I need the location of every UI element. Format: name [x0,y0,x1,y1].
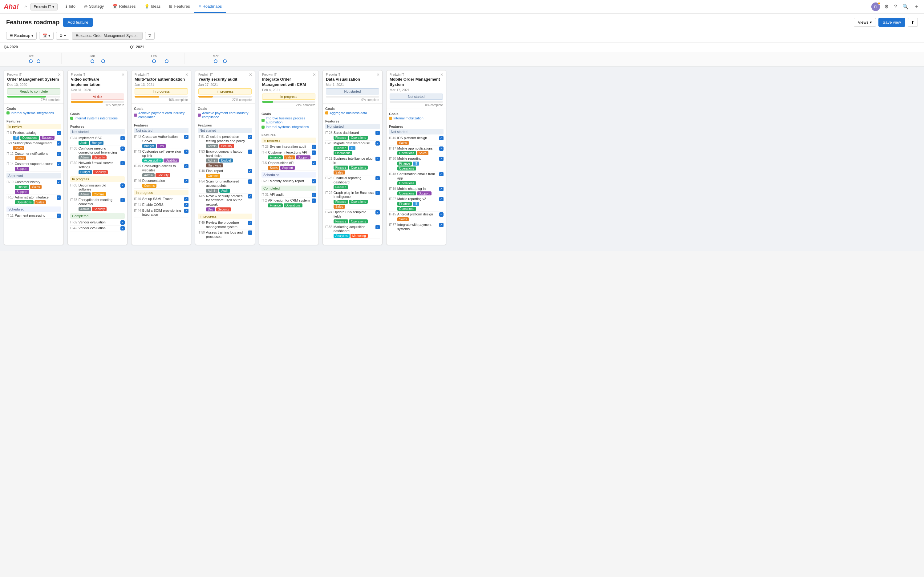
feature-name[interactable]: Check the penetration testing process an… [206,135,247,143]
feature-name[interactable]: Financial reporting dashboard [334,176,374,185]
card-close-button[interactable]: ✕ [440,73,444,77]
workspace-selector[interactable]: Fredwin IT ▾ [31,3,58,10]
feature-name[interactable]: Assess training logs and processes [206,230,247,239]
home-button[interactable]: ⌂ [23,3,29,11]
feature-name[interactable]: Network firewall server settings [79,161,119,169]
feature-name[interactable]: Decommission old software [79,184,119,192]
feature-name[interactable]: Integrate with payment systems [397,223,438,231]
feature-name[interactable]: Android platform design [397,212,438,217]
feature-checkbox[interactable]: ✓ [375,210,380,214]
feature-checkbox[interactable]: ✓ [312,145,316,149]
feature-name[interactable]: Review security patches for software use… [206,194,247,207]
feature-checkbox[interactable]: ✓ [184,179,189,183]
feature-name[interactable]: Cross-origin access to websites [142,164,183,172]
feature-name[interactable]: Encrypt company laptop hard disks [206,150,247,158]
feature-checkbox[interactable]: ✓ [375,131,380,135]
goal-text[interactable]: Internal systems integrations [266,125,309,129]
release-filter[interactable]: Releases: Order Management Syste... [72,32,142,40]
feature-checkbox[interactable]: ✓ [248,150,252,154]
goal-text[interactable]: Internal systems integrations [11,111,54,115]
feature-name[interactable]: Documentation [142,179,183,183]
card-title[interactable]: Order Management System [7,77,60,82]
feature-name[interactable]: Marketing acquisition dashboard [334,225,374,234]
feature-checkbox[interactable]: ✓ [57,214,61,218]
feature-name[interactable]: Product catalog [13,131,55,135]
feature-checkbox[interactable]: ✓ [184,209,189,213]
feature-checkbox[interactable]: ✓ [312,198,316,203]
feature-name[interactable]: Customer notifications [15,152,55,156]
feature-name[interactable]: iOS platform design [397,136,438,140]
feature-checkbox[interactable]: ✓ [57,180,61,184]
feature-checkbox[interactable]: ✓ [248,135,252,139]
card-close-button[interactable]: ✕ [121,73,125,77]
feature-checkbox[interactable]: ✓ [120,147,125,151]
goal-text[interactable]: Achieve payment card industry compliance [202,111,252,119]
feature-name[interactable]: Encryption for meeting connector [79,198,119,206]
feature-name[interactable]: Build a SCIM provisioning integration [142,209,183,217]
feature-checkbox[interactable]: ✓ [184,150,189,154]
card-close-button[interactable]: ✕ [313,73,316,77]
feature-name[interactable]: Configure meeting connector port forward… [79,147,119,155]
save-view-button[interactable]: Save view [879,18,905,27]
feature-checkbox[interactable]: ✓ [375,176,380,181]
feature-name[interactable]: Migrate data warehouse [334,141,374,145]
feature-name[interactable]: Final report [206,169,247,173]
feature-checkbox[interactable]: ✓ [375,191,380,195]
feature-checkbox[interactable]: ✓ [375,141,380,145]
card-title[interactable]: Multi-factor authentication [135,77,188,82]
feature-name[interactable]: Customize self-serve sign-up link [142,150,183,158]
tab-releases[interactable]: 📅 Releases [108,0,140,13]
feature-checkbox[interactable]: ✓ [184,203,189,207]
card-close-button[interactable]: ✕ [376,73,380,77]
tab-strategy[interactable]: ◎ Strategy [80,0,108,13]
feature-checkbox[interactable]: ✓ [184,135,189,139]
tab-info[interactable]: ℹ Info [61,0,80,13]
feature-name[interactable]: Graph plug-in for Business Intelligence [334,191,374,200]
feature-checkbox[interactable]: ✓ [184,164,189,168]
feature-name[interactable]: Monthly security report [270,179,310,184]
feature-checkbox[interactable]: ✓ [57,131,61,135]
feature-checkbox[interactable]: ✓ [439,136,444,140]
feature-name[interactable]: API audit [270,193,310,197]
feature-name[interactable]: Review the procedure management system [206,221,247,229]
feature-name[interactable]: System integration audit [270,145,310,149]
feature-name[interactable]: Mobile reporting [397,156,438,161]
feature-name[interactable]: Subscription management [13,141,55,145]
goal-text[interactable]: Aggregate business data [330,111,367,115]
feature-checkbox[interactable]: ✓ [375,225,380,229]
feature-name[interactable]: Customer interactions API [268,150,310,155]
feature-checkbox[interactable]: ✓ [312,161,316,165]
feature-checkbox[interactable]: ✓ [120,184,125,188]
goal-text[interactable]: Internal systems integrations [74,116,118,120]
add-button[interactable]: ＋ [913,2,920,11]
feature-checkbox[interactable]: ✓ [120,136,125,140]
date-filter[interactable]: 📅 ▾ [39,32,53,40]
feature-checkbox[interactable]: ✓ [439,147,444,151]
views-button[interactable]: Views ▾ [854,18,876,27]
feature-name[interactable]: Mobile reporting v2 [397,197,438,201]
feature-checkbox[interactable]: ✓ [120,220,125,225]
feature-checkbox[interactable]: ✓ [439,187,444,191]
feature-checkbox[interactable]: ✓ [120,161,125,165]
feature-checkbox[interactable]: ✓ [312,150,316,155]
feature-checkbox[interactable]: ✓ [57,162,61,166]
feature-name[interactable]: Customer support access [15,162,55,166]
feature-name[interactable]: Update CSV template fields [334,210,374,219]
feature-checkbox[interactable]: ✓ [248,179,252,184]
feature-checkbox[interactable]: ✓ [439,172,444,176]
goal-text[interactable]: Improve business process automation [266,116,316,124]
feature-name[interactable]: Mobile chat plug-in [397,187,438,191]
card-title[interactable]: Mobile Order Management System [389,77,443,87]
feature-name[interactable]: Confirmation emails from app [397,172,438,181]
feature-checkbox[interactable]: ✓ [439,197,444,201]
feature-name[interactable]: Set up SAML Tracer [142,197,183,201]
feature-name[interactable]: Opportunities API [268,161,310,165]
card-title[interactable]: Integrate Order Management with CRM [262,77,315,87]
feature-name[interactable]: Mobile app notifications [397,147,438,151]
roadmap-selector[interactable]: ☰ Roadmap ▾ [6,32,37,40]
card-close-button[interactable]: ✕ [58,73,61,77]
goal-text[interactable]: Internal mobilization [393,116,423,120]
feature-name[interactable]: Scan for unauthorized access points [206,179,247,188]
feature-checkbox[interactable]: ✓ [57,141,61,145]
settings-filter[interactable]: ⚙ ▾ [56,32,69,40]
